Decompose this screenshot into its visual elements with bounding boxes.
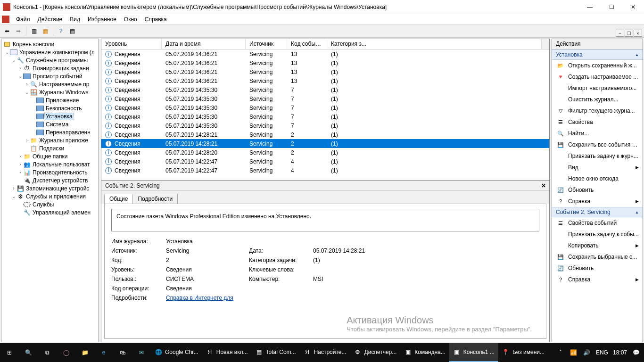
- tree-perf[interactable]: ›📊Производительность: [2, 168, 99, 176]
- close-button[interactable]: ✕: [622, 0, 644, 14]
- tree-devmgr[interactable]: 🔌Диспетчер устройств: [2, 176, 99, 184]
- event-row[interactable]: iСведения05.07.2019 14:35:30Servicing7(1…: [101, 103, 549, 112]
- tree-mgmt[interactable]: ⌄Управление компьютером (л: [2, 48, 99, 56]
- action-item[interactable]: Новое окно отсюда: [552, 173, 643, 184]
- action-item[interactable]: Импорт настраиваемого...: [552, 82, 643, 94]
- tray-clock[interactable]: 18:07: [613, 349, 627, 356]
- action-item[interactable]: ▽Фильтр текущего журна...: [552, 105, 643, 116]
- action-item[interactable]: 🔄Обновить: [552, 184, 643, 196]
- tab-details[interactable]: Подробности: [132, 194, 178, 204]
- tray-lang[interactable]: ENG: [596, 349, 608, 356]
- show-hide-tree-button[interactable]: ▥: [29, 26, 39, 36]
- taskbar-item[interactable]: ▣Командна...: [400, 343, 449, 362]
- pinned-store[interactable]: 🛍: [113, 343, 132, 362]
- event-row[interactable]: iСведения05.07.2019 14:28:21Servicing2(1…: [101, 139, 549, 148]
- tree-services[interactable]: Службы: [2, 200, 99, 208]
- action-item[interactable]: Вид▶: [552, 162, 643, 173]
- tree-applogs[interactable]: ›📁Журналы приложе: [2, 136, 99, 144]
- event-row[interactable]: iСведения05.07.2019 14:22:47Servicing4(1…: [101, 166, 549, 175]
- tree-shared[interactable]: ›📁Общие папки: [2, 152, 99, 160]
- tree-eventviewer[interactable]: ⌄Просмотр событий: [2, 72, 99, 80]
- taskbar-item[interactable]: ЯНастройте...: [300, 343, 350, 362]
- action-item[interactable]: ?Справка▶: [552, 196, 643, 207]
- action-item[interactable]: Привязать задачу к собы...: [552, 229, 643, 240]
- taskbar-item[interactable]: 🌐Google Chr...: [151, 343, 202, 362]
- maximize-button[interactable]: ☐: [601, 0, 622, 14]
- pinned-edge[interactable]: e: [94, 343, 113, 362]
- event-row[interactable]: iСведения05.07.2019 14:36:21Servicing13(…: [101, 58, 549, 67]
- action-item[interactable]: 🔍Найти...: [552, 128, 643, 139]
- event-row[interactable]: iСведения05.07.2019 14:28:21Servicing2(1…: [101, 130, 549, 139]
- minimize-button[interactable]: —: [579, 0, 601, 14]
- tree-pane[interactable]: Корень консоли ⌄Управление компьютером (…: [1, 39, 99, 342]
- event-row[interactable]: iСведения05.07.2019 14:36:21Servicing13(…: [101, 49, 549, 58]
- event-row[interactable]: iСведения05.07.2019 14:35:30Servicing7(1…: [101, 94, 549, 103]
- pinned-opera[interactable]: ◯: [57, 343, 75, 362]
- menu-view[interactable]: Вид: [66, 15, 84, 24]
- pinned-explorer[interactable]: 📁: [75, 343, 94, 362]
- tray-notifications-icon[interactable]: 💬: [632, 349, 640, 356]
- event-list-body[interactable]: iСведения05.07.2019 14:36:21Servicing13(…: [101, 49, 549, 180]
- menu-favorites[interactable]: Избранное: [84, 15, 120, 24]
- col-category[interactable]: Категория з...: [327, 39, 541, 49]
- menu-file[interactable]: Файл: [12, 15, 34, 24]
- search-button[interactable]: 🔍: [19, 343, 38, 362]
- col-eventid[interactable]: Код события: [287, 39, 327, 49]
- tree-root[interactable]: Корень консоли: [2, 40, 99, 48]
- tray-volume-icon[interactable]: 🔊: [583, 349, 591, 356]
- tray-chevron-icon[interactable]: ˄: [556, 349, 565, 356]
- tree-log-app[interactable]: Приложение: [2, 96, 99, 104]
- action-item[interactable]: Очистить журнал...: [552, 94, 643, 105]
- event-row[interactable]: iСведения05.07.2019 14:36:21Servicing13(…: [101, 76, 549, 85]
- action-item[interactable]: ?Справка▶: [552, 274, 643, 285]
- taskbar-item[interactable]: ▤Total Com...: [252, 343, 300, 362]
- event-row[interactable]: iСведения05.07.2019 14:35:30Servicing7(1…: [101, 85, 549, 94]
- properties-button[interactable]: ▤: [67, 26, 77, 36]
- event-row[interactable]: iСведения05.07.2019 14:22:47Servicing4(1…: [101, 157, 549, 166]
- event-row[interactable]: iСведения05.07.2019 14:35:30Servicing7(1…: [101, 121, 549, 130]
- menu-window[interactable]: Окно: [120, 15, 141, 24]
- col-level[interactable]: Уровень: [101, 39, 162, 49]
- taskbar-item[interactable]: 📍Без имени...: [498, 343, 548, 362]
- col-datetime[interactable]: Дата и время: [162, 39, 246, 49]
- tree-winlogs[interactable]: ⌄🪟Журналы Windows: [2, 88, 99, 96]
- event-row[interactable]: iСведения05.07.2019 14:28:20Servicing2(1…: [101, 148, 549, 157]
- export-button[interactable]: ▦: [40, 26, 50, 36]
- action-item[interactable]: Привязать задачу к журн...: [552, 150, 643, 162]
- action-item[interactable]: ☰Свойства событий: [552, 217, 643, 229]
- pinned-mail[interactable]: ✉: [132, 343, 151, 362]
- mdi-minimize[interactable]: –: [616, 30, 624, 37]
- menu-help[interactable]: Справка: [141, 15, 171, 24]
- action-item[interactable]: 📂Открыть сохраненный ж...: [552, 60, 643, 71]
- back-button[interactable]: ⬅: [2, 26, 12, 36]
- action-item[interactable]: ☰Свойства: [552, 116, 643, 128]
- tree-storage[interactable]: ›💾Запоминающие устройс: [2, 184, 99, 192]
- details-close-icon[interactable]: ✕: [540, 182, 547, 189]
- list-scroll-top[interactable]: [541, 39, 549, 49]
- action-item[interactable]: 🔄Обновить: [552, 263, 643, 274]
- tree-util[interactable]: ⌄🔧Служебные программы: [2, 56, 99, 64]
- tree-log-forwarded[interactable]: Перенаправленн: [2, 128, 99, 136]
- tree-sched[interactable]: ›⏱Планировщик задани: [2, 64, 99, 72]
- event-row[interactable]: iСведения05.07.2019 14:36:21Servicing13(…: [101, 67, 549, 76]
- actions-section-header[interactable]: Установка▲: [552, 49, 643, 60]
- tray-network-icon[interactable]: 📶: [570, 349, 578, 356]
- taskbar-item[interactable]: ⚙Диспетчер...: [350, 343, 401, 362]
- tree-log-setup[interactable]: Установка: [2, 112, 99, 120]
- tree-log-system[interactable]: Система: [2, 120, 99, 128]
- action-item[interactable]: Копировать▶: [552, 240, 643, 251]
- menu-action[interactable]: Действие: [34, 15, 66, 24]
- actions-section-header[interactable]: Событие 2, Servicing▲: [552, 207, 643, 217]
- forward-button[interactable]: ➡: [13, 26, 24, 36]
- tree-log-security[interactable]: Безопасность: [2, 104, 99, 112]
- action-item[interactable]: 💾Сохранить все события к...: [552, 139, 643, 150]
- taskbar-item[interactable]: ▣Консоль1 ...: [449, 343, 498, 362]
- action-item[interactable]: 🔻Создать настраиваемое ...: [552, 71, 643, 82]
- help-online-link[interactable]: Справка в Интернете для: [166, 295, 233, 301]
- tree-subs[interactable]: 📋Подписки: [2, 144, 99, 152]
- taskbar-item[interactable]: ЯНовая вкл...: [202, 343, 252, 362]
- start-button[interactable]: ⊞: [0, 343, 19, 362]
- col-source[interactable]: Источник: [246, 39, 287, 49]
- action-item[interactable]: 💾Сохранить выбранные с...: [552, 251, 643, 263]
- mdi-close[interactable]: ×: [634, 30, 642, 37]
